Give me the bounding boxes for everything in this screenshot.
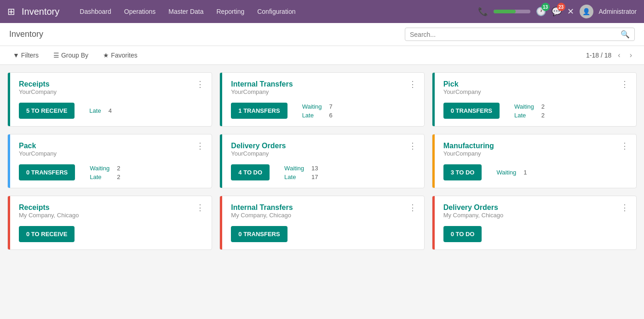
card-border (432, 134, 435, 188)
card-stat: Waiting 2 (514, 103, 545, 110)
card-menu-button[interactable]: ⋮ (621, 142, 629, 150)
card-delivery-orders-2: Delivery Orders My Company, Chicago ⋮ 0 … (432, 196, 637, 250)
message-badge-btn[interactable]: 💬 23 (552, 6, 562, 17)
card-menu-button[interactable]: ⋮ (408, 80, 417, 88)
favorites-label: Favorites (111, 52, 138, 59)
card-receipts-1: Receipts YourCompany ⋮ 5 TO RECEIVE Late… (7, 72, 212, 127)
filter-icon: ▼ (13, 52, 19, 59)
card-action-button[interactable]: 5 TO RECEIVE (19, 103, 75, 119)
card-menu-button[interactable]: ⋮ (196, 80, 204, 88)
card-body: 0 TRANSFERS Waiting 2 Late 2 (440, 103, 629, 119)
message-badge: 23 (557, 3, 565, 11)
activity-badge-btn[interactable]: 🕐 13 (536, 6, 546, 17)
card-subtitle: YourCompany (19, 150, 57, 157)
toolbar-left: ▼ Filters ☰ Group By ★ Favorites (9, 50, 141, 61)
card-header: Receipts My Company, Chicago ⋮ (15, 203, 204, 224)
card-title: Internal Transfers (231, 80, 293, 88)
topbar: ⊞ Inventory Dashboard Operations Master … (0, 0, 644, 23)
card-title: Manufacturing (443, 142, 494, 150)
card-title: Delivery Orders (231, 142, 286, 150)
card-stats: Late 4 (89, 107, 112, 114)
favorites-button[interactable]: ★ Favorites (99, 50, 141, 61)
card-body: 1 TRANSFERS Waiting 7 Late 6 (227, 103, 416, 119)
user-name[interactable]: Administrator (599, 8, 637, 15)
card-title: Pack (19, 142, 57, 150)
card-subtitle: My Company, Chicago (443, 212, 504, 219)
card-stat: Late 2 (514, 112, 545, 119)
page-title: Inventory (9, 29, 405, 39)
stat-value: 6 (329, 112, 333, 119)
card-action-button[interactable]: 4 TO DO (231, 164, 270, 180)
card-action-button[interactable]: 1 TRANSFERS (231, 103, 287, 119)
card-receipts-2: Receipts My Company, Chicago ⋮ 0 TO RECE… (7, 196, 212, 250)
avatar: 👤 (580, 5, 593, 18)
nav-operations[interactable]: Operations (119, 5, 161, 18)
card-manufacturing-1: Manufacturing YourCompany ⋮ 3 TO DO Wait… (432, 134, 637, 188)
card-subtitle: My Company, Chicago (231, 212, 293, 219)
search-icon[interactable]: 🔍 (621, 30, 630, 39)
phone-icon[interactable]: 📞 (478, 6, 488, 17)
card-title: Internal Transfers (231, 203, 293, 212)
toolbar: ▼ Filters ☰ Group By ★ Favorites 1-18 / … (0, 46, 644, 65)
card-internal-transfers-2: Internal Transfers My Company, Chicago ⋮… (219, 196, 424, 250)
card-stat: Waiting 2 (90, 165, 120, 172)
card-body: 0 TO DO (440, 226, 629, 242)
nav-configuration[interactable]: Configuration (252, 5, 301, 18)
card-menu-button[interactable]: ⋮ (621, 203, 629, 212)
close-icon[interactable]: ✕ (567, 6, 574, 17)
stat-label: Late (284, 174, 296, 180)
grid-icon[interactable]: ⊞ (7, 6, 15, 17)
star-icon: ★ (103, 52, 109, 59)
card-subtitle: YourCompany (443, 150, 494, 157)
card-menu-button[interactable]: ⋮ (196, 203, 204, 212)
card-action-button[interactable]: 0 TO RECEIVE (19, 226, 75, 242)
prev-page-button[interactable]: ‹ (615, 50, 623, 60)
card-menu-button[interactable]: ⋮ (196, 142, 204, 150)
card-header: Pick YourCompany ⋮ (440, 80, 629, 101)
card-stat: Waiting 7 (302, 103, 333, 110)
stat-value: 13 (311, 165, 318, 172)
card-stat: Waiting 13 (284, 165, 318, 172)
card-action-button[interactable]: 0 TRANSFERS (19, 164, 75, 180)
card-stats: Waiting 2 Late 2 (90, 165, 120, 180)
toolbar-right: 1-18 / 18 ‹ › (586, 50, 635, 60)
search-input[interactable] (410, 31, 621, 38)
nav-dashboard[interactable]: Dashboard (74, 5, 117, 18)
nav-reporting[interactable]: Reporting (211, 5, 250, 18)
card-menu-button[interactable]: ⋮ (408, 203, 417, 212)
stat-label: Waiting (496, 169, 516, 176)
card-header: Internal Transfers YourCompany ⋮ (227, 80, 416, 101)
stat-value: 7 (329, 103, 333, 110)
card-body: 0 TO RECEIVE (15, 226, 204, 242)
card-body: 0 TRANSFERS (227, 226, 416, 242)
nav-master-data[interactable]: Master Data (163, 5, 209, 18)
card-subtitle: YourCompany (231, 150, 286, 157)
filters-label: Filters (21, 52, 39, 59)
stat-label: Waiting (302, 103, 322, 110)
card-body: 4 TO DO Waiting 13 Late 17 (227, 164, 416, 180)
card-action-button[interactable]: 0 TRANSFERS (443, 103, 500, 119)
card-header: Receipts YourCompany ⋮ (15, 80, 204, 101)
card-menu-button[interactable]: ⋮ (621, 80, 629, 88)
card-stat: Late 2 (90, 174, 120, 180)
next-page-button[interactable]: › (627, 50, 635, 60)
progress-bar (494, 10, 516, 13)
card-menu-button[interactable]: ⋮ (408, 142, 417, 150)
stat-label: Waiting (90, 165, 109, 172)
activity-badge: 13 (541, 3, 550, 11)
pagination-label: 1-18 / 18 (586, 52, 611, 59)
card-action-button[interactable]: 3 TO DO (443, 164, 482, 180)
stat-value: 2 (117, 174, 120, 180)
filters-button[interactable]: ▼ Filters (9, 50, 42, 61)
card-stats: Waiting 7 Late 6 (302, 103, 333, 119)
card-pick-1: Pick YourCompany ⋮ 0 TRANSFERS Waiting 2… (432, 72, 637, 127)
progress-bar-container (494, 10, 530, 13)
card-action-button[interactable]: 0 TO DO (443, 226, 482, 242)
card-border (220, 73, 222, 126)
groupby-button[interactable]: ☰ Group By (50, 50, 92, 61)
card-stats: Waiting 2 Late 2 (514, 103, 545, 119)
card-header: Pack YourCompany ⋮ (15, 142, 204, 162)
card-action-button[interactable]: 0 TRANSFERS (231, 226, 287, 242)
stat-value: 2 (541, 112, 545, 119)
card-title: Pick (443, 80, 481, 88)
